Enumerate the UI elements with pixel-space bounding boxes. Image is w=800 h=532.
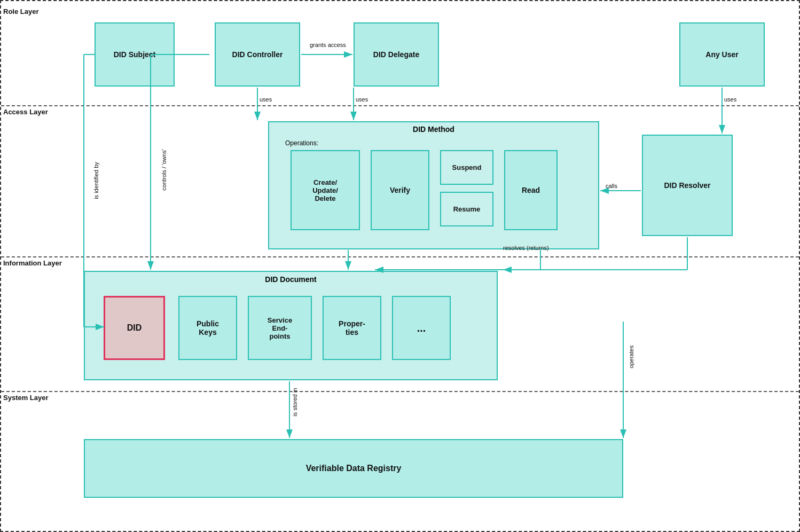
resolves-returns-label: resolves (returns) — [503, 245, 549, 251]
ellipsis-box: ... — [392, 296, 451, 360]
role-layer-label: Role Layer — [3, 7, 38, 15]
verify-box: Verify — [371, 150, 429, 230]
did-method-label: DID Method — [413, 125, 454, 134]
uses-controller-label: uses — [260, 96, 272, 103]
suspend-box: Suspend — [440, 150, 493, 185]
did-box: DID — [104, 296, 165, 360]
calls-label: calls — [606, 183, 617, 189]
did-resolver-box: DID Resolver — [642, 135, 733, 236]
properties-box: Proper-ties — [323, 296, 381, 360]
public-keys-box: PublicKeys — [178, 296, 237, 360]
grants-access-label: grants access — [310, 42, 346, 48]
did-document-container: DID Document DID PublicKeys ServiceEnd-p… — [84, 271, 498, 380]
operations-label: Operations: — [285, 139, 318, 147]
information-layer-label: Information Layer — [3, 259, 62, 267]
did-delegate-box: DID Delegate — [354, 22, 439, 87]
did-controller-box: DID Controller — [215, 22, 300, 87]
operates-label: operates — [628, 335, 634, 378]
is-identified-by-label: is identified by — [93, 148, 99, 213]
any-user-box: Any User — [679, 22, 765, 87]
system-layer-label: System Layer — [3, 394, 49, 402]
access-layer-line — [1, 105, 799, 106]
is-stored-in-label: is stored in — [292, 381, 298, 424]
uses-delegate-label: uses — [356, 96, 368, 103]
resume-box: Resume — [440, 192, 493, 226]
did-method-container: DID Method Operations: Create/Update/Del… — [268, 121, 599, 249]
diagram-container: Access Layer Information Layer System La… — [0, 0, 800, 532]
did-subject-box: DID Subject — [95, 22, 175, 87]
uses-anyuser-label: uses — [724, 96, 736, 103]
create-update-delete-box: Create/Update/Delete — [291, 150, 360, 230]
verifiable-registry-box: Verifiable Data Registry — [84, 439, 623, 498]
service-endpoints-box: ServiceEnd-points — [248, 296, 312, 360]
system-layer-line — [1, 391, 799, 392]
access-layer-label: Access Layer — [3, 108, 48, 116]
information-layer-line — [1, 256, 799, 257]
controls-owns-label: controls / 'owns' — [161, 132, 167, 207]
did-document-label: DID Document — [265, 275, 316, 284]
read-box: Read — [504, 150, 558, 230]
